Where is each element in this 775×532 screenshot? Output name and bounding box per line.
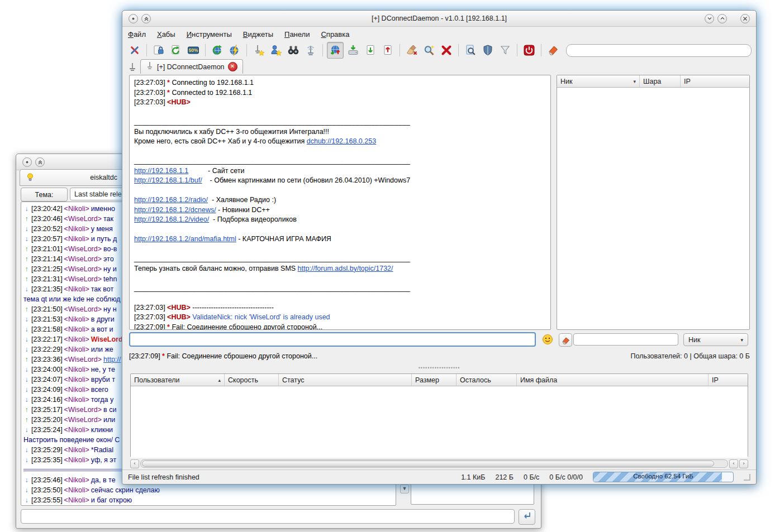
reconnect-icon[interactable]: [210, 42, 225, 58]
column-header-Имя файла[interactable]: Имя файла: [517, 374, 709, 386]
nick: <Nikoli>: [64, 324, 89, 334]
toolbar-separator: [322, 44, 323, 56]
download-arrow-icon: ↓: [23, 344, 30, 354]
chat-line: http://192.168.1.1 - Сайт сети: [134, 166, 546, 176]
window-shade-button[interactable]: [35, 157, 45, 167]
message-text: tehn: [103, 274, 117, 284]
timestamp: [23:25:55]: [31, 495, 63, 505]
toolbar-search-input[interactable]: [566, 44, 752, 57]
speed-limit-icon[interactable]: 50%: [186, 42, 201, 58]
column-label: IP: [684, 78, 691, 85]
window-options-button[interactable]: [22, 157, 32, 167]
column-header-IP[interactable]: IP: [709, 374, 748, 386]
favorite-users-icon[interactable]: [268, 42, 284, 58]
menu-Хабы[interactable]: Хабы: [157, 30, 175, 39]
menu-Справка[interactable]: Справка: [321, 30, 349, 39]
public-hubs-icon[interactable]: [303, 42, 318, 58]
transfers-body[interactable]: [131, 386, 748, 458]
hub-lock-icon[interactable]: [151, 42, 167, 58]
hub-chat-log[interactable]: [23:27:03] * Connecting to 192.168.1.1[2…: [129, 75, 551, 330]
upload-arrow-icon: ↑: [23, 354, 30, 365]
column-header-Пользователи[interactable]: Пользователи▴: [131, 374, 225, 386]
message-text: или: [103, 415, 115, 425]
resize-grip[interactable]: [744, 474, 750, 481]
user-list[interactable]: Ник▾ШараIP: [557, 75, 750, 330]
quit-icon[interactable]: [521, 42, 537, 58]
download-queue-icon[interactable]: [345, 42, 361, 58]
scroll-right-button[interactable]: ›: [739, 459, 748, 468]
scroll-down-button[interactable]: ▼: [400, 485, 409, 493]
menu-Панели[interactable]: Панели: [284, 30, 310, 39]
nick: <WiseLord>: [64, 244, 102, 254]
transfers-icon[interactable]: [327, 42, 344, 59]
userlist-filter-input[interactable]: [573, 333, 678, 346]
chat-link[interactable]: http://forum.adsl.by/topic/1732/: [298, 265, 393, 272]
search-icon[interactable]: [286, 42, 301, 58]
column-header-Осталось[interactable]: Осталось: [457, 374, 517, 386]
column-header-Статус[interactable]: Статус: [279, 374, 412, 386]
download-arrow-icon: ↓: [23, 204, 30, 214]
column-label: Статус: [282, 376, 305, 384]
emoticon-button[interactable]: [541, 333, 554, 346]
transfers-panel[interactable]: Пользователи▴СкоростьСтатусРазмерОсталос…: [130, 373, 748, 457]
sort-indicator-icon: ▾: [633, 79, 636, 84]
column-header-Ник[interactable]: Ник▾: [557, 75, 640, 87]
scrollbar-thumb[interactable]: [142, 461, 714, 467]
chat-message-input[interactable]: [129, 332, 536, 347]
scroll-left-button[interactable]: ‹: [130, 459, 139, 468]
upload-arrow-icon: ↑: [23, 274, 30, 284]
scrollbar-track[interactable]: [140, 459, 728, 468]
back-send-button[interactable]: [519, 509, 535, 525]
menu-Файл[interactable]: Файл: [128, 30, 146, 39]
favorite-hubs-icon[interactable]: [251, 42, 267, 58]
message-text: WiseLord: [91, 334, 123, 344]
chat-link[interactable]: http://192.168.1.2/radio/: [134, 196, 208, 204]
scroll-left-button[interactable]: ‹: [729, 459, 738, 468]
splitter-handle[interactable]: ••••••••••••••••••: [122, 366, 756, 370]
menu-Виджеты[interactable]: Виджеты: [243, 30, 273, 39]
filter-icon[interactable]: [497, 42, 513, 58]
statusbar-downloaded: 1.1 КиБ: [461, 473, 485, 481]
chat-line: [134, 245, 546, 255]
finished-downloads-icon[interactable]: [363, 42, 378, 58]
tab-dconnectdaemon[interactable]: [+] DConnectDaemon ✕: [140, 59, 243, 74]
chat-link[interactable]: http://192.168.1.1/buf/: [134, 176, 202, 184]
security-icon[interactable]: [480, 42, 496, 58]
download-arrow-icon: ↓: [23, 445, 30, 455]
close-hub-icon[interactable]: [439, 42, 454, 58]
column-header-Шара[interactable]: Шара: [640, 75, 681, 87]
front-titlebar[interactable]: [+] DConnectDaemon - v1.0.1 [192.168.1.1…: [122, 11, 756, 27]
message-text: тогда у: [91, 395, 114, 405]
chat-line: http://192.168.1.2/and/mafia.html - КАРТ…: [134, 234, 546, 245]
chat-link[interactable]: dchub://192.168.0.253: [307, 137, 376, 145]
column-header-Размер[interactable]: Размер: [412, 374, 457, 386]
topic-button[interactable]: Тема:: [21, 188, 68, 202]
eraser-icon[interactable]: [545, 42, 561, 58]
download-arrow-icon: ↓: [23, 495, 30, 505]
column-header-Скорость[interactable]: Скорость: [225, 374, 279, 386]
chat-text: - КАРТОЧНАЯ ИГРА МАФИЯ: [236, 235, 331, 243]
nick: <Nikoli>: [64, 314, 89, 324]
chat-line: [23:27:03] <HUB> -----------------------…: [134, 303, 546, 313]
chat-link[interactable]: http://192.168.1.2/video/: [134, 215, 209, 223]
adl-search-icon[interactable]: [463, 42, 478, 58]
chat-link[interactable]: http://192.168.1.2/dcnews/: [134, 206, 216, 214]
tab-close-icon[interactable]: ✕: [228, 62, 237, 71]
menubar: ФайлХабыИнструментыВиджетыПанелиСправка: [122, 27, 756, 41]
quick-connect-icon[interactable]: [227, 42, 243, 58]
back-chat-input[interactable]: [21, 509, 515, 524]
menu-Инструменты[interactable]: Инструменты: [187, 30, 232, 39]
column-header-IP[interactable]: IP: [681, 75, 749, 87]
clear-filter-button[interactable]: [559, 333, 572, 347]
chat-link[interactable]: http://192.168.1.1: [134, 167, 188, 175]
chat-link[interactable]: http://192.168.1.2/and/mafia.html: [134, 235, 236, 243]
filter-column-combobox[interactable]: Ник ▾: [683, 333, 748, 346]
message-text[interactable]: http://: [103, 354, 121, 365]
finished-uploads-icon[interactable]: [380, 42, 396, 58]
settings-icon[interactable]: [127, 42, 142, 58]
back-hub-tab[interactable]: eiskaltdc: [20, 169, 131, 186]
transfers-hscrollbar[interactable]: ‹ ‹ ›: [130, 459, 748, 468]
clear-chat-icon[interactable]: [404, 42, 420, 58]
refresh-filelist-icon[interactable]: [168, 42, 184, 58]
search-spy-icon[interactable]: [421, 42, 437, 58]
